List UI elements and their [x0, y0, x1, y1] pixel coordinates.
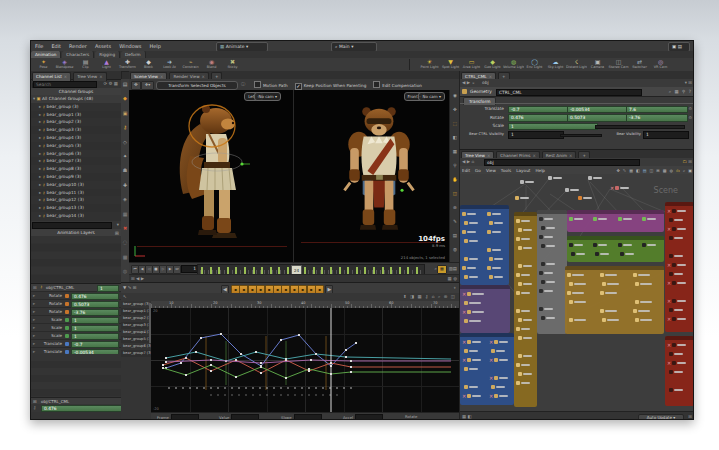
shelf-tool-area-light[interactable]: ▭Area Light — [461, 58, 482, 71]
net-toolbar-icon-7[interactable]: ▩ — [663, 168, 667, 173]
netbox-9[interactable]: ✕✕ — [665, 336, 694, 406]
shelf-tool-light[interactable]: ▲Light — [96, 58, 117, 71]
search-input[interactable]: Search — [33, 81, 97, 88]
footer-input-frame[interactable] — [171, 414, 199, 420]
keyframe-tick[interactable] — [313, 267, 315, 274]
footer-input-value[interactable] — [231, 414, 259, 420]
keyframe-tick[interactable] — [218, 267, 220, 274]
network-node[interactable] — [593, 217, 607, 221]
network-node[interactable] — [642, 243, 656, 247]
keyframe-tick[interactable] — [270, 267, 272, 274]
network-node[interactable] — [518, 318, 532, 322]
shelf-tool-clip[interactable]: ▤Clip — [75, 58, 96, 71]
network-node[interactable] — [595, 252, 609, 256]
viewport-display-icon-11[interactable]: ◍ — [451, 247, 459, 255]
network-node[interactable] — [539, 271, 553, 275]
shelf-tool-look-at[interactable]: ➜Look At — [159, 58, 180, 71]
keyframe-tick[interactable] — [356, 267, 358, 274]
strip-icon-13[interactable]: ◍ — [121, 268, 129, 276]
net-toolbar-icon-0[interactable]: ✥ — [616, 168, 619, 173]
network-node[interactable] — [618, 217, 632, 221]
network-node[interactable] — [642, 217, 656, 221]
net-menu-layout[interactable]: Layout — [516, 168, 530, 173]
param-field[interactable]: 0.5073 — [567, 114, 629, 122]
network-node[interactable] — [669, 218, 683, 222]
shelf-tool-blendpose[interactable]: ◈Blendpose — [54, 58, 75, 71]
network-node[interactable] — [516, 291, 530, 295]
character-side-view[interactable] — [157, 98, 267, 248]
network-node[interactable] — [516, 219, 530, 223]
tree-item-root[interactable]: ▾ ▣ All Channel Groups (48) — [31, 95, 121, 103]
tree-item[interactable]: ▸ ⚷ bear_group1 (3) — [31, 111, 121, 119]
shelf-tool-distant-light[interactable]: ☇Distant Light — [566, 58, 587, 71]
netbox-1[interactable]: ✕✕ — [460, 285, 510, 333]
param-field[interactable]: -0.7 — [508, 106, 570, 114]
network-node[interactable] — [633, 273, 650, 277]
network-node[interactable] — [464, 349, 478, 353]
network-node[interactable] — [518, 354, 532, 358]
network-node[interactable] — [669, 352, 683, 356]
right-view-cam-menu[interactable]: No cam ▾ — [418, 92, 445, 101]
strip-icon-7[interactable]: ✚ — [121, 182, 129, 190]
check-keep-position-when-parenting[interactable]: ✓Keep Position When Parenting — [295, 83, 367, 88]
transport-6[interactable]: ⏭ — [173, 265, 181, 274]
strip-icon-8[interactable]: ◈ — [121, 196, 129, 204]
network-node[interactable] — [464, 239, 478, 243]
network-node[interactable] — [565, 188, 579, 192]
param-header-icons[interactable]: ⌕ ▦ ⚲ ? — [669, 89, 692, 94]
filter-icon[interactable]: ▾ — [117, 222, 119, 227]
transform-selected-button[interactable]: Transform Selected Objects — [156, 81, 238, 90]
network-node[interactable] — [464, 301, 481, 305]
network-node[interactable] — [602, 318, 619, 322]
key-icon[interactable]: ⚷ — [33, 405, 36, 410]
network-node[interactable] — [600, 291, 617, 295]
channel-row[interactable]: ▸Scale1 — [31, 324, 121, 332]
anim-group-item[interactable]: bear_group3 (3) — [121, 322, 151, 329]
tree-item[interactable]: ▸ ⚷ bear_group12 (3) — [31, 196, 121, 204]
animation-layers-body[interactable] — [31, 236, 121, 283]
keyframe-tick[interactable] — [287, 267, 289, 274]
shelf-tool-sticky[interactable]: ✖Sticky — [222, 58, 243, 71]
tree-item[interactable]: ▸ ⚷ bear_group2 (3) — [31, 118, 121, 126]
network-node[interactable] — [487, 212, 501, 216]
param-field[interactable]: -0.00534 — [567, 106, 629, 114]
shelf-tool-point-light[interactable]: ☀Point Light — [419, 58, 440, 71]
viewport-display-icon-3[interactable]: ◧ — [451, 135, 459, 143]
channel-row[interactable]: ▸Scale1 — [31, 316, 121, 324]
playbar-row2-left-icons[interactable]: ⊞ ◀ ▶ — [131, 276, 144, 281]
search-tools-icons[interactable]: ⟳ ⚙ ▦ — [103, 81, 118, 86]
key-toggle-button[interactable]: ▦ — [437, 265, 447, 274]
keyframe-tick[interactable] — [253, 267, 255, 274]
channel-row[interactable]: ▸Scale1 — [31, 332, 121, 340]
footer-input-slope[interactable] — [294, 414, 322, 420]
net-menu-tools[interactable]: Tools — [501, 168, 511, 173]
shelf-tool-switcher[interactable]: ⇄Switcher — [629, 58, 650, 71]
network-node[interactable] — [516, 327, 530, 331]
shelf-tool-constrain[interactable]: ⌁Constrain — [180, 58, 201, 71]
shelf-tool-volume-light[interactable]: ◍Volume Light — [503, 58, 524, 71]
keyframe-tick[interactable] — [227, 267, 229, 274]
network-node[interactable] — [516, 363, 530, 367]
tree-item[interactable]: ▸ ⚷ bear_group8 (3) — [31, 165, 121, 173]
keyframe-tick[interactable] — [304, 267, 306, 274]
footer-value-field[interactable]: 0.476 — [41, 405, 123, 412]
tree-item[interactable]: ▸ ⚷ bear_group (3) — [31, 103, 121, 111]
shelf-tool-transform[interactable]: ✚Transform — [117, 58, 138, 71]
keyframe-tick[interactable] — [330, 267, 332, 274]
shelf-tool-blend[interactable]: ◉Blend — [201, 58, 222, 71]
param-field[interactable]: 1 — [643, 131, 689, 139]
tree-item[interactable]: ▸ ⚷ bear_group7 (3) — [31, 157, 121, 165]
tree-item[interactable]: ▸ ⚷ bear_group14 (3) — [31, 212, 121, 220]
net-toolbar-icon-10[interactable]: ⌕ — [683, 168, 685, 173]
nav-arrows-icons[interactable]: ◀ ▶ ⌅ — [462, 80, 475, 85]
channel-row[interactable]: ⊞⚷obj/CTRL_CML1 — [31, 284, 121, 292]
network-node[interactable] — [516, 381, 530, 385]
channel-row[interactable]: ▸Rotate0.5073 — [31, 300, 121, 308]
net-toolbar-icon-8[interactable]: ◍ — [669, 168, 673, 173]
network-node[interactable] — [669, 236, 683, 240]
keyframe-tick[interactable] — [244, 267, 246, 274]
network-node[interactable]: ✕ — [489, 358, 508, 362]
network-node[interactable]: ✕ — [667, 209, 686, 213]
network-node[interactable]: ✕ — [489, 340, 508, 344]
network-node[interactable]: ✕ — [489, 394, 508, 398]
